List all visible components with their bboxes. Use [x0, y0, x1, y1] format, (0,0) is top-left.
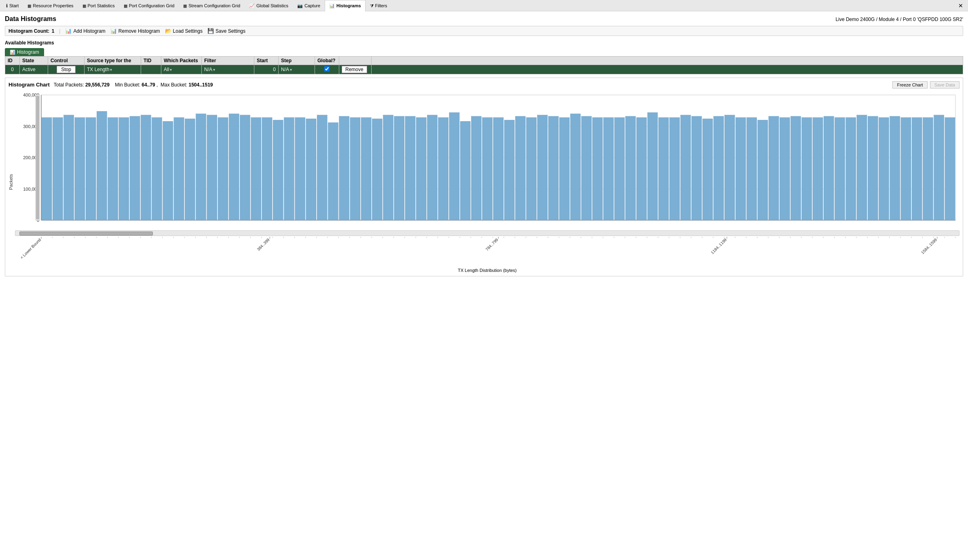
tab-histograms[interactable]: 📊 Histograms	[325, 0, 366, 11]
main-content: Data Histograms Live Demo 2400G / Module…	[0, 11, 968, 560]
histograms-icon: 📊	[329, 3, 335, 8]
remove-button[interactable]: Remove	[342, 66, 367, 73]
svg-rect-48	[416, 118, 426, 220]
svg-rect-62	[571, 114, 581, 221]
histogram-tab[interactable]: 📊 Histogram	[5, 48, 44, 56]
global-stats-icon: 📈	[249, 3, 255, 8]
tab-global-stats[interactable]: 📈 Global Statistics	[245, 0, 293, 11]
filters-icon: ⧩	[370, 3, 374, 8]
svg-rect-36	[284, 118, 294, 220]
svg-rect-41	[339, 116, 349, 220]
svg-rect-89	[868, 116, 878, 220]
svg-rect-84	[813, 118, 823, 220]
svg-rect-14	[42, 118, 52, 220]
capture-icon: 📷	[297, 3, 303, 8]
tab-capture[interactable]: 📷 Capture	[293, 0, 325, 11]
svg-rect-72	[681, 115, 691, 220]
row-step[interactable]: N/A ▾	[279, 65, 315, 74]
svg-rect-38	[306, 119, 316, 220]
tab-resource-props[interactable]: ▦ Resource Properties	[23, 0, 78, 11]
chart-title: Histogram Chart	[8, 82, 50, 88]
chart-meta: Total Packets: 29,556,729 Min Bucket: 64…	[54, 82, 213, 88]
svg-rect-96	[945, 118, 955, 220]
tab-stream-config[interactable]: ▦ Stream Configuration Grid	[179, 0, 245, 11]
x-axis-label: TX Length Distribution (bytes)	[15, 268, 960, 273]
stop-button[interactable]: Stop	[57, 66, 76, 73]
svg-rect-40	[328, 122, 338, 220]
toolbar: Histogram Count: 1 | 📊 Add Histogram 📊 R…	[5, 26, 963, 36]
svg-rect-67	[626, 116, 636, 220]
svg-rect-25	[163, 121, 173, 220]
svg-rect-43	[361, 118, 371, 220]
svg-rect-20	[108, 118, 118, 220]
col-header-tid: TID	[141, 57, 161, 65]
horizontal-scrollbar[interactable]	[15, 230, 960, 236]
svg-rect-22	[130, 116, 140, 220]
row-source-type[interactable]: TX Length ▾	[85, 65, 141, 74]
svg-rect-66	[615, 118, 625, 220]
svg-rect-31	[229, 114, 239, 221]
svg-text:384..399: 384..399	[256, 237, 271, 252]
svg-rect-45	[383, 115, 393, 220]
remove-histogram-button[interactable]: 📊 Remove Histogram	[110, 28, 160, 34]
chart-inner: 0100,000200,000300,000400,000 < Lower Bo…	[15, 91, 960, 273]
row-control-cell: Stop	[48, 65, 85, 74]
row-global[interactable]	[315, 65, 339, 74]
save-data-button[interactable]: Save Data	[930, 81, 960, 88]
svg-rect-46	[394, 116, 404, 220]
scrollbar-thumb[interactable]	[19, 232, 153, 236]
svg-rect-90	[879, 118, 889, 220]
svg-rect-51	[449, 112, 459, 220]
row-which-packets[interactable]: All ▾	[161, 65, 202, 74]
svg-rect-94	[923, 118, 933, 220]
svg-rect-58	[526, 118, 537, 220]
col-header-state: State	[20, 57, 48, 65]
tab-start[interactable]: ℹ Start	[2, 0, 23, 11]
svg-rect-53	[471, 116, 481, 220]
svg-text:1584..1599: 1584..1599	[920, 237, 938, 255]
max-bucket-value: 1504..1519	[188, 82, 213, 88]
tab-port-stats[interactable]: ▦ Port Statistics	[78, 0, 119, 11]
close-button[interactable]: ✕	[955, 1, 966, 11]
svg-rect-28	[196, 114, 206, 221]
svg-rect-87	[846, 118, 856, 220]
svg-rect-83	[802, 118, 812, 220]
save-settings-icon: 💾	[207, 28, 214, 34]
svg-rect-54	[482, 118, 492, 220]
svg-rect-13	[36, 96, 39, 219]
save-settings-button[interactable]: 💾 Save Settings	[207, 28, 245, 34]
row-tid	[141, 65, 161, 74]
page-title: Data Histograms	[5, 15, 56, 23]
col-header-source-type: Source type for the	[85, 57, 141, 65]
tab-filters[interactable]: ⧩ Filters	[366, 0, 392, 11]
svg-rect-65	[603, 118, 613, 220]
tab-bar: ℹ Start ▦ Resource Properties ▦ Port Sta…	[0, 0, 968, 11]
load-settings-button[interactable]: 📂 Load Settings	[165, 28, 203, 34]
svg-rect-21	[119, 118, 129, 220]
svg-rect-74	[702, 119, 712, 220]
load-settings-icon: 📂	[165, 28, 171, 34]
svg-rect-91	[890, 116, 900, 220]
freeze-chart-button[interactable]: Freeze Chart	[892, 81, 927, 88]
histogram-tab-icon: 📊	[10, 50, 15, 55]
svg-rect-34	[262, 118, 272, 220]
svg-rect-35	[273, 120, 283, 220]
global-checkbox[interactable]	[324, 66, 330, 72]
svg-rect-75	[714, 116, 724, 220]
add-histogram-button[interactable]: 📊 Add Histogram	[65, 28, 105, 34]
svg-text:1184..1199: 1184..1199	[710, 237, 727, 255]
row-id: 0	[5, 65, 20, 74]
svg-rect-76	[725, 115, 735, 220]
svg-rect-79	[758, 120, 768, 220]
svg-rect-78	[746, 118, 757, 220]
chart-header: Histogram Chart Total Packets: 29,556,72…	[8, 81, 960, 88]
svg-rect-95	[934, 115, 944, 220]
svg-rect-57	[515, 116, 525, 220]
tab-port-config[interactable]: ▦ Port Configuration Grid	[119, 0, 179, 11]
resource-props-icon: ▦	[27, 4, 31, 8]
row-filter[interactable]: N/A ▾	[202, 65, 254, 74]
stream-config-icon: ▦	[183, 4, 187, 8]
histogram-tab-strip: 📊 Histogram	[5, 48, 963, 56]
chart-container: Packets 0100,000200,000300,000400,000 < …	[8, 91, 960, 273]
available-histograms-title: Available Histograms	[5, 40, 963, 46]
